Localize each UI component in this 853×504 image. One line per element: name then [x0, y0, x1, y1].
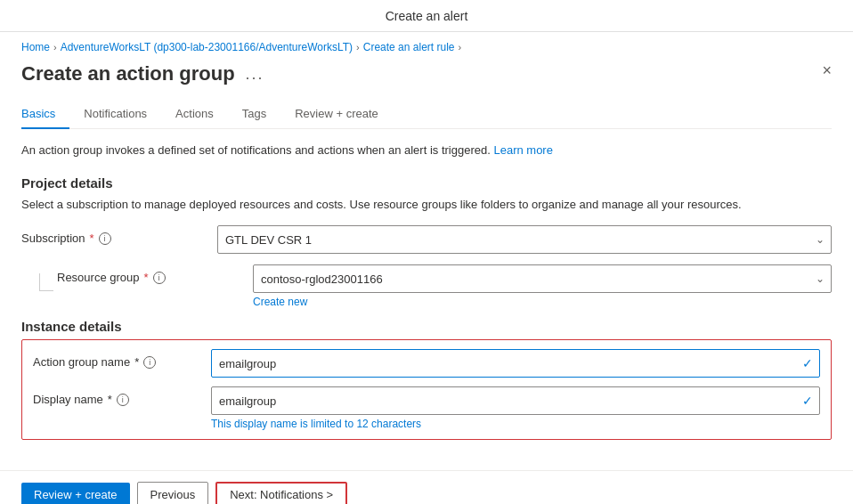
breadcrumb-sep-3: ›	[459, 42, 462, 53]
subscription-select-wrapper: GTL DEV CSR 1 ⌄	[217, 225, 832, 254]
description: An action group invokes a defined set of…	[21, 142, 832, 159]
breadcrumb-home[interactable]: Home	[21, 41, 50, 53]
tab-notifications[interactable]: Notifications	[69, 100, 161, 129]
action-group-name-input-wrapper: ✓	[211, 349, 820, 378]
learn-more-link[interactable]: Learn more	[493, 143, 552, 157]
panel-header: Create an action group ... ×	[21, 59, 832, 100]
subscription-label: Subscription * i	[21, 225, 217, 245]
tabs-bar: Basics Notifications Actions Tags Review…	[21, 100, 832, 129]
project-details-section: Project details Select a subscription to…	[21, 175, 832, 309]
tab-tags[interactable]: Tags	[228, 100, 280, 129]
display-name-input-wrapper: ✓	[211, 386, 820, 415]
action-group-name-check-icon: ✓	[802, 356, 813, 370]
action-group-name-required: *	[134, 355, 139, 369]
indent-line	[39, 273, 53, 291]
previous-button[interactable]: Previous	[137, 482, 209, 504]
display-name-required: *	[108, 393, 112, 406]
display-name-label: Display name * i	[33, 386, 211, 406]
action-group-name-row: Action group name * i ✓	[33, 349, 820, 378]
display-name-hint: This display name is limited to 12 chara…	[211, 418, 820, 430]
display-name-control: ✓ This display name is limited to 12 cha…	[211, 386, 820, 430]
display-name-row: Display name * i ✓ This display name is …	[33, 386, 820, 430]
breadcrumb: Home › AdventureWorksLT (dp300-lab-23001…	[0, 32, 853, 59]
panel-title: Create an action group	[21, 62, 235, 85]
display-name-info-icon[interactable]: i	[117, 394, 129, 406]
action-group-name-label-text: Action group name	[33, 355, 130, 369]
instance-details-heading: Instance details	[21, 319, 832, 334]
bottom-bar: Review + create Previous Next: Notificat…	[0, 470, 853, 504]
subscription-info-icon[interactable]: i	[99, 232, 111, 245]
subscription-control: GTL DEV CSR 1 ⌄	[217, 225, 832, 254]
panel: Create an action group ... × Basics Noti…	[0, 59, 853, 470]
subscription-required: *	[90, 232, 94, 245]
resource-group-info-icon[interactable]: i	[153, 272, 166, 284]
display-name-check-icon: ✓	[802, 394, 813, 408]
resource-group-select[interactable]: contoso-rglod23001166	[253, 264, 832, 293]
top-bar-title: Create an alert	[386, 9, 468, 23]
subscription-label-text: Subscription	[21, 232, 85, 245]
display-name-input[interactable]	[211, 386, 820, 415]
panel-dots: ...	[246, 65, 264, 84]
breadcrumb-sep-1: ›	[53, 42, 57, 53]
breadcrumb-db[interactable]: AdventureWorksLT (dp300-lab-23001166/Adv…	[61, 41, 353, 53]
instance-details-box: Action group name * i ✓ Display name * i	[21, 339, 832, 440]
next-notifications-button[interactable]: Next: Notifications >	[215, 482, 347, 504]
resource-group-select-wrapper: contoso-rglod23001166 ⌄	[253, 264, 832, 293]
instance-details-section: Instance details Action group name * i ✓	[21, 319, 832, 440]
tab-actions[interactable]: Actions	[161, 100, 228, 129]
project-details-desc: Select a subscription to manage deployed…	[21, 196, 832, 214]
display-name-label-text: Display name	[33, 393, 103, 406]
action-group-name-info-icon[interactable]: i	[143, 356, 156, 369]
breadcrumb-alert-rule[interactable]: Create an alert rule	[363, 41, 455, 53]
tab-review-create[interactable]: Review + create	[280, 100, 393, 129]
action-group-name-control: ✓	[211, 349, 820, 378]
action-group-name-input[interactable]	[211, 349, 820, 378]
resource-group-label-text: Resource group	[57, 271, 140, 284]
tab-basics[interactable]: Basics	[21, 100, 69, 129]
description-text: An action group invokes a defined set of…	[21, 143, 491, 157]
resource-group-required: *	[144, 271, 149, 284]
subscription-select[interactable]: GTL DEV CSR 1	[217, 225, 832, 254]
top-bar: Create an alert	[0, 0, 853, 32]
project-details-heading: Project details	[21, 175, 832, 191]
close-button[interactable]: ×	[822, 62, 832, 78]
resource-group-control: contoso-rglod23001166 ⌄ Create new	[253, 264, 832, 308]
create-new-link[interactable]: Create new	[253, 296, 832, 308]
action-group-name-label: Action group name * i	[33, 349, 211, 369]
breadcrumb-sep-2: ›	[356, 42, 360, 53]
resource-group-label: Resource group * i	[57, 264, 253, 284]
subscription-row: Subscription * i GTL DEV CSR 1 ⌄	[21, 225, 832, 254]
review-create-button[interactable]: Review + create	[21, 483, 130, 504]
resource-group-row: Resource group * i contoso-rglod23001166…	[21, 264, 832, 308]
